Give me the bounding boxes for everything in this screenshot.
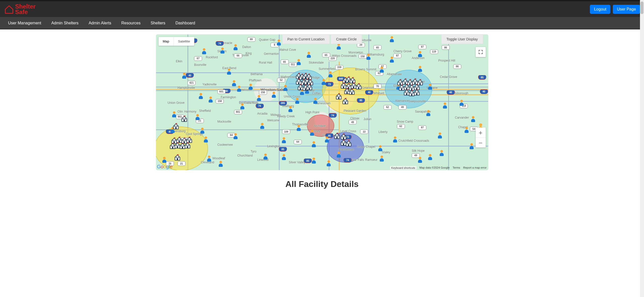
user-marker[interactable] xyxy=(378,145,383,152)
shelter-marker[interactable] xyxy=(349,88,355,95)
report-error-link[interactable]: Report a map error xyxy=(463,166,487,170)
user-page-button[interactable]: User Page xyxy=(613,5,640,14)
page-scrollbar[interactable] xyxy=(640,0,644,297)
scrollbar-thumb[interactable] xyxy=(640,2,643,14)
user-marker[interactable] xyxy=(311,158,316,164)
user-marker[interactable] xyxy=(263,154,268,160)
user-marker[interactable] xyxy=(195,114,200,121)
create-circle-button[interactable]: Create Circle xyxy=(331,34,362,44)
user-marker[interactable] xyxy=(393,136,398,143)
user-marker[interactable] xyxy=(418,157,423,163)
user-marker[interactable] xyxy=(283,85,288,91)
user-marker[interactable] xyxy=(207,156,212,162)
user-marker[interactable] xyxy=(281,137,286,144)
shelter-marker[interactable] xyxy=(340,133,347,140)
toggle-user-display-button[interactable]: Toggle User Display xyxy=(441,34,483,44)
user-marker[interactable] xyxy=(248,84,253,90)
user-marker[interactable] xyxy=(296,125,301,131)
user-marker[interactable] xyxy=(379,156,384,162)
map-type-satellite[interactable]: Satellite xyxy=(173,37,194,46)
user-marker[interactable] xyxy=(233,133,238,140)
user-marker[interactable] xyxy=(324,136,329,143)
nav-admin-alerts[interactable]: Admin Alerts xyxy=(84,17,116,29)
zoom-in-button[interactable]: + xyxy=(476,127,486,137)
user-marker[interactable] xyxy=(226,69,232,75)
shelter-marker[interactable] xyxy=(334,132,340,139)
fullscreen-button[interactable] xyxy=(476,47,486,57)
user-marker[interactable] xyxy=(464,127,469,133)
user-marker[interactable] xyxy=(459,100,464,106)
map-canvas[interactable]: Winston-SalemQuaker GapPinnacleKingDalto… xyxy=(156,34,488,170)
user-marker[interactable] xyxy=(200,128,205,134)
shelter-marker[interactable] xyxy=(173,123,179,129)
user-marker[interactable] xyxy=(389,57,394,63)
map-type-map[interactable]: Map xyxy=(159,37,174,46)
user-marker[interactable] xyxy=(310,130,315,136)
user-marker[interactable] xyxy=(426,110,431,117)
shelter-marker[interactable] xyxy=(342,98,349,104)
user-marker[interactable] xyxy=(321,79,326,85)
user-marker[interactable] xyxy=(326,160,331,167)
user-marker[interactable] xyxy=(237,86,242,92)
nav-dashboard[interactable]: Dashboard xyxy=(171,17,200,29)
shelter-marker[interactable] xyxy=(335,93,342,100)
user-marker[interactable] xyxy=(240,103,245,110)
terms-link[interactable]: Terms xyxy=(453,166,460,170)
user-marker[interactable] xyxy=(208,96,213,103)
user-marker[interactable] xyxy=(336,152,341,158)
user-marker[interactable] xyxy=(281,154,286,161)
user-marker[interactable] xyxy=(418,51,423,58)
user-marker[interactable] xyxy=(182,73,187,79)
city-label: Sheffield xyxy=(199,109,211,113)
user-marker[interactable] xyxy=(366,54,371,60)
shelter-marker[interactable] xyxy=(345,140,352,146)
user-marker[interactable] xyxy=(296,59,301,66)
user-marker[interactable] xyxy=(218,161,223,167)
user-marker[interactable] xyxy=(220,47,225,54)
user-marker[interactable] xyxy=(313,98,318,104)
user-marker[interactable] xyxy=(439,150,444,157)
user-marker[interactable] xyxy=(306,52,311,58)
pan-current-location-button[interactable]: Pan to Current Location xyxy=(282,34,330,44)
user-marker[interactable] xyxy=(172,111,177,118)
nav-shelters[interactable]: Shelters xyxy=(146,17,170,29)
shelter-marker[interactable] xyxy=(306,84,313,90)
user-marker[interactable] xyxy=(271,92,276,98)
user-marker[interactable] xyxy=(379,67,384,73)
nav-user-management[interactable]: User Management xyxy=(4,17,46,29)
shelter-marker[interactable] xyxy=(181,115,187,122)
user-marker[interactable] xyxy=(232,80,237,87)
nav-admin-shelters[interactable]: Admin Shelters xyxy=(47,17,83,29)
svg-rect-114 xyxy=(400,79,401,80)
user-marker[interactable] xyxy=(389,36,394,43)
map[interactable]: Winston-SalemQuaker GapPinnacleKingDalto… xyxy=(156,34,488,170)
zoom-out-button[interactable]: − xyxy=(476,137,486,147)
user-marker[interactable] xyxy=(442,103,447,109)
nav-resources[interactable]: Resources xyxy=(117,17,145,29)
user-marker[interactable] xyxy=(202,48,207,55)
user-marker[interactable] xyxy=(256,95,261,102)
user-marker[interactable] xyxy=(428,154,433,161)
user-marker[interactable] xyxy=(471,116,476,123)
user-marker[interactable] xyxy=(469,143,474,150)
user-marker[interactable] xyxy=(233,44,238,51)
user-marker[interactable] xyxy=(295,98,300,104)
user-marker[interactable] xyxy=(328,71,333,78)
keyboard-shortcuts-button[interactable]: Keyboard shortcuts xyxy=(390,166,416,170)
user-marker[interactable] xyxy=(336,43,341,50)
shelter-marker[interactable] xyxy=(413,89,420,95)
user-marker[interactable] xyxy=(162,157,167,163)
shelter-marker[interactable] xyxy=(355,83,362,89)
user-marker[interactable] xyxy=(288,106,293,113)
user-marker[interactable] xyxy=(418,66,423,72)
user-marker[interactable] xyxy=(428,84,433,90)
user-marker[interactable] xyxy=(276,39,281,46)
shelter-marker[interactable] xyxy=(184,142,191,148)
user-marker[interactable] xyxy=(437,132,442,139)
shelter-marker[interactable] xyxy=(174,154,181,161)
logout-button[interactable]: Logout xyxy=(590,5,610,14)
user-marker[interactable] xyxy=(260,123,265,129)
user-marker[interactable] xyxy=(198,93,203,100)
user-marker[interactable] xyxy=(311,141,316,148)
user-marker[interactable] xyxy=(203,136,208,143)
